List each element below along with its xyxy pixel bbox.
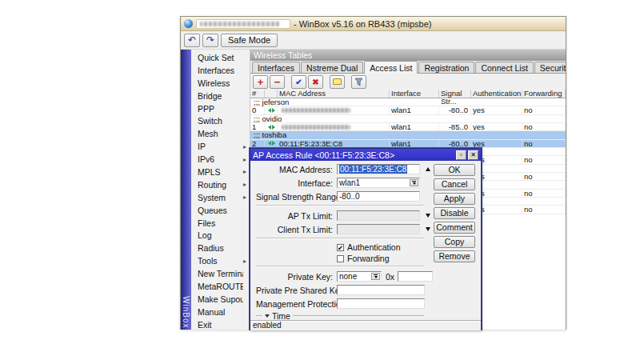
enable-button[interactable]: ✔ <box>291 75 306 89</box>
tab[interactable]: Interfaces <box>252 62 300 73</box>
sidebar-item[interactable]: Interfaces ▸ <box>191 64 250 77</box>
row-type-cell <box>265 140 278 147</box>
interface-label: Interface: <box>256 178 333 188</box>
dialog-button[interactable]: Disable <box>434 207 475 219</box>
dialog-button[interactable]: OK <box>434 164 475 176</box>
sidebar-item-label: Radius <box>198 243 243 253</box>
private-key-dropdown-icon[interactable] <box>371 273 380 280</box>
sidebar-item[interactable]: Mesh ▸ <box>191 127 250 140</box>
dialog-title: AP Access Rule <00:11:F5:23:3E:C8> <box>253 150 454 160</box>
panel-title: Wireless Tables <box>250 50 566 61</box>
time-section-toggle[interactable]: Time <box>256 312 424 319</box>
private-pre-shared-key-field[interactable] <box>337 285 425 295</box>
column-header-forwarding[interactable]: Forwarding <box>522 90 566 98</box>
mac-up-arrow-icon[interactable] <box>426 167 430 171</box>
sidebar-item[interactable]: Radius ▸ <box>191 242 250 254</box>
sidebar-item[interactable]: IPv6 ▸ <box>191 153 250 166</box>
client-tx-limit-down-arrow-icon[interactable] <box>426 227 430 231</box>
sidebar-item-label: Make Supout.rif <box>198 294 243 304</box>
redo-button[interactable]: ↷ <box>202 34 218 47</box>
screen: - WinBox v5.16 on RB433 (mipsbe) ↶ ↷ Saf… <box>0 0 640 364</box>
forwarding-checkbox-label: Forwarding <box>347 254 390 263</box>
interface-select[interactable]: wlan1 <box>337 178 420 188</box>
sidebar-item[interactable]: MetaROUTER ▸ <box>191 280 250 293</box>
ap-tx-limit-label: AP Tx Limit: <box>256 211 333 221</box>
tab[interactable]: Security Profiles <box>534 62 566 73</box>
sidebar-item[interactable]: Switch ▸ <box>191 114 250 127</box>
dialog-button[interactable]: Copy <box>434 236 475 248</box>
add-button[interactable]: + <box>253 75 268 89</box>
comment-button[interactable] <box>330 75 345 89</box>
dialog-button[interactable]: Comment <box>434 222 475 234</box>
sidebar-item[interactable]: IP ▸ <box>191 140 250 153</box>
dialog-titlebar[interactable]: AP Access Rule <00:11:F5:23:3E:C8> ▫ ✕ <box>250 149 481 161</box>
filter-button[interactable] <box>351 75 366 89</box>
undo-button[interactable]: ↶ <box>184 34 200 47</box>
sidebar-item[interactable]: Log ▸ <box>191 229 250 242</box>
table-row[interactable]: ;;; toshiba <box>250 131 566 139</box>
tab[interactable]: Nstreme Dual <box>301 62 363 73</box>
table-row[interactable]: ;;; ovidio <box>250 115 566 123</box>
sidebar-item[interactable]: Quick Set ▸ <box>191 51 250 64</box>
dialog-close-button[interactable]: ✕ <box>468 150 478 160</box>
dialog-restore-button[interactable]: ▫ <box>456 150 466 160</box>
sidebar-item[interactable]: Make Supout.rif ▸ <box>191 293 250 306</box>
sidebar-item[interactable]: Routing ▸ <box>191 178 250 191</box>
sidebar-item[interactable]: Bridge ▸ <box>191 90 250 102</box>
private-key-hex-field[interactable] <box>398 271 433 282</box>
signal-strength-range-field[interactable]: -80..0 <box>337 191 420 202</box>
ap-access-rule-dialog: AP Access Rule <00:11:F5:23:3E:C8> ▫ ✕ M… <box>250 148 482 330</box>
column-header-icon[interactable] <box>265 90 278 98</box>
dialog-button[interactable]: Cancel <box>434 178 475 190</box>
interface-dropdown-icon[interactable] <box>410 179 418 186</box>
sidebar-item[interactable]: PPP ▸ <box>191 102 250 115</box>
remove-button[interactable]: − <box>270 75 285 89</box>
column-header-mac[interactable]: MAC Address <box>278 90 390 98</box>
private-key-select[interactable]: none <box>337 271 382 282</box>
sidebar-item[interactable]: System ▸ <box>191 191 250 204</box>
sidebar-item-label: System <box>198 193 243 202</box>
row-forwarding: no <box>522 173 566 180</box>
column-header-authentication[interactable]: Authentication <box>471 90 522 98</box>
column-header-number[interactable]: # <box>250 90 265 98</box>
submenu-arrow-icon: ▸ <box>243 168 246 175</box>
disable-button[interactable]: ✖ <box>308 75 323 89</box>
sidebar-item[interactable]: Queues ▸ <box>191 204 250 217</box>
tab[interactable]: Registration <box>418 62 474 73</box>
table-row[interactable]: 0 wlan1 -80..0 yes no <box>250 106 566 114</box>
tab[interactable]: Access List <box>364 61 418 74</box>
sidebar-item[interactable]: Exit ▸ <box>191 318 250 330</box>
safe-mode-button[interactable]: Safe Mode <box>221 34 278 47</box>
forwarding-checkbox[interactable] <box>337 255 344 262</box>
disable-cross-icon: ✖ <box>312 78 318 86</box>
authentication-checkbox[interactable]: ✔ <box>337 244 344 251</box>
sidebar-item[interactable]: Wireless ▸ <box>191 77 250 90</box>
tab[interactable]: Connect List <box>475 62 533 73</box>
table-row[interactable]: 1 wlan1 -85..0 yes no <box>250 123 566 131</box>
row-mac-address: 00:11:F5:23:3E:C8 <box>278 140 390 147</box>
dialog-button[interactable]: Apply <box>434 193 475 205</box>
sidebar-item-label: Bridge <box>198 91 243 101</box>
separator <box>256 238 424 239</box>
client-tx-limit-label: Client Tx Limit: <box>256 225 333 234</box>
column-header-signal[interactable]: Signal Str... <box>439 90 471 98</box>
sidebar-item[interactable]: Tools ▸ <box>191 254 250 267</box>
sidebar-item[interactable]: MPLS ▸ <box>191 166 250 178</box>
window-titlebar[interactable]: - WinBox v5.16 on RB433 (mipsbe) <box>181 17 566 31</box>
sidebar-item[interactable]: Manual ▸ <box>191 306 250 318</box>
dialog-button[interactable]: Remove <box>434 250 475 262</box>
sidebar-item[interactable]: Files ▸ <box>191 217 250 230</box>
private-pre-shared-key-label: Private Pre Shared Key: <box>256 286 333 295</box>
ap-tx-limit-field[interactable] <box>337 210 420 221</box>
row-authentication: yes <box>471 123 522 130</box>
signal-strength-range-label: Signal Strength Range: <box>256 192 333 202</box>
column-header-interface[interactable]: Interface <box>390 90 439 98</box>
ap-tx-limit-down-arrow-icon[interactable] <box>426 214 430 218</box>
submenu-arrow-icon: ▸ <box>243 181 246 188</box>
sidebar-item[interactable]: New Terminal ▸ <box>191 267 250 280</box>
mac-address-field[interactable]: 00:11:F5:23:3E:C8 <box>337 164 420 174</box>
management-protection-key-field[interactable] <box>337 298 425 309</box>
table-row[interactable]: 2 00:11:F5:23:3E:C8 wlan1 -80..0 yes no <box>250 140 566 148</box>
client-tx-limit-field[interactable] <box>337 224 420 234</box>
table-row[interactable]: ;;; jeferson <box>250 98 566 106</box>
